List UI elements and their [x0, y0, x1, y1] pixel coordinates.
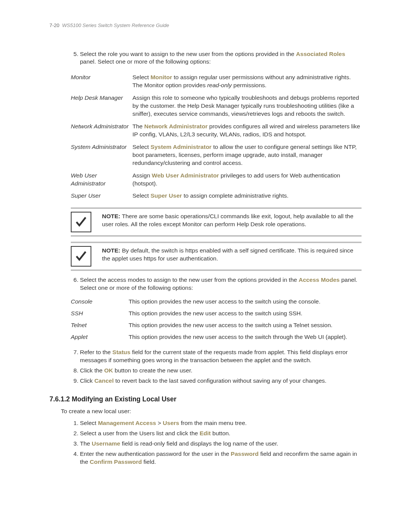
step-body: Enter the new authentication password fo…	[80, 450, 362, 466]
page-header: 7-20 WS5100 Series Switch System Referen…	[49, 22, 362, 29]
note-label: NOTE:	[102, 247, 120, 254]
role-term: Web User Administrator	[71, 172, 132, 188]
page-number: 7-20	[49, 22, 59, 28]
role-desc: Select Super User to assign complete adm…	[132, 192, 362, 200]
associated-roles-link: Associated Roles	[296, 51, 345, 57]
confirm-password-link: Confirm Password	[90, 459, 142, 465]
role-term: Monitor	[71, 73, 132, 89]
step-body: The Username field is read-only field an…	[80, 440, 362, 448]
role-term: System Administrator	[71, 143, 132, 167]
step-number: 1.	[71, 419, 78, 427]
role-desc: Select System Administrator to allow the…	[132, 143, 362, 167]
step-number: 6.	[71, 276, 78, 292]
step-body: Click the OK button to create the new us…	[80, 367, 362, 375]
access-row-ssh: SSH This option provides the new user ac…	[71, 308, 362, 320]
checkmark-icon	[71, 246, 91, 267]
step-body: Select the role you want to assign to th…	[80, 50, 362, 66]
role-row-monitor: Monitor Select Monitor to assign regular…	[71, 71, 362, 92]
cancel-link: Cancel	[94, 377, 114, 384]
document-title: WS5100 Series Switch System Reference Gu…	[62, 22, 169, 28]
modify-step-1: 1. Select Management Access > Users from…	[71, 419, 362, 427]
step-body: Click Cancel to revert back to the last …	[80, 377, 362, 385]
modify-step-2: 2. Select a user from the Users list and…	[71, 430, 362, 438]
access-term: Console	[71, 298, 129, 306]
step-number: 4.	[71, 450, 78, 466]
access-desc: This option provides the new user access…	[129, 321, 362, 329]
access-term: Telnet	[71, 321, 129, 329]
document-page: 7-20 WS5100 Series Switch System Referen…	[0, 0, 411, 491]
step-number: 2.	[71, 430, 78, 438]
role-desc: The Network Administrator provides confi…	[132, 123, 362, 139]
access-row-telnet: Telnet This option provides the new user…	[71, 320, 362, 331]
step-body: Select Management Access > Users from th…	[80, 419, 362, 427]
users-link: Users	[163, 420, 179, 426]
modify-step-4: 4. Enter the new authentication password…	[71, 450, 362, 466]
access-term: SSH	[71, 310, 129, 318]
note-block-1: NOTE: There are some basic operations/CL…	[71, 208, 362, 236]
note-text: NOTE: By default, the switch is https en…	[102, 246, 362, 263]
role-desc: Assign Web User Administrator privileges…	[132, 172, 362, 188]
step-body: Select a user from the Users list and cl…	[80, 430, 362, 438]
role-term: Help Desk Manager	[71, 94, 132, 118]
step-number: 9.	[71, 377, 78, 385]
role-term: Super User	[71, 192, 132, 200]
access-term: Applet	[71, 333, 129, 341]
step-body: Refer to the Status field for the curren…	[80, 348, 362, 364]
access-modes-link: Access Modes	[299, 276, 340, 283]
read-only-text: read-only	[207, 82, 232, 88]
section-intro: To create a new local user:	[61, 407, 362, 415]
role-row-superuser: Super User Select Super User to assign c…	[71, 190, 362, 202]
access-row-console: Console This option provides the new use…	[71, 296, 362, 308]
role-desc: Select Monitor to assign regular user pe…	[132, 73, 362, 89]
step-body: Select the access modes to assign to the…	[80, 276, 362, 292]
access-row-applet: Applet This option provides the new user…	[71, 331, 362, 343]
step-9: 9. Click Cancel to revert back to the la…	[71, 377, 362, 385]
status-link: Status	[112, 349, 130, 355]
role-row-netadmin: Network Administrator The Network Admini…	[71, 120, 362, 141]
network-admin-link: Network Administrator	[144, 123, 208, 129]
ok-link: OK	[104, 367, 113, 374]
step-number: 3.	[71, 440, 78, 448]
note-text: NOTE: There are some basic operations/CL…	[102, 212, 362, 228]
step-number: 5.	[71, 50, 78, 66]
role-term: Network Administrator	[71, 123, 132, 139]
step-7: 7. Refer to the Status field for the cur…	[71, 348, 362, 364]
monitor-link: Monitor	[150, 74, 172, 80]
note-block-2: NOTE: By default, the switch is https en…	[71, 242, 362, 271]
super-user-link: Super User	[150, 192, 182, 199]
edit-link: Edit	[199, 430, 210, 436]
roles-table: Monitor Select Monitor to assign regular…	[71, 71, 362, 202]
management-access-link: Management Access	[98, 420, 156, 426]
step-5: 5. Select the role you want to assign to…	[71, 50, 362, 66]
access-desc: This option provides the new user access…	[129, 310, 362, 318]
access-desc: This option provides the new user access…	[129, 298, 362, 306]
password-link: Password	[231, 451, 258, 457]
access-modes-table: Console This option provides the new use…	[71, 296, 362, 343]
modify-step-3: 3. The Username field is read-only field…	[71, 440, 362, 448]
access-desc: This option provides the new user access…	[129, 333, 362, 341]
step-number: 7.	[71, 348, 78, 364]
note-label: NOTE:	[102, 213, 120, 219]
step-number: 8.	[71, 367, 78, 375]
web-user-admin-link: Web User Administrator	[152, 172, 219, 179]
role-desc: Assign this role to someone who typicall…	[132, 94, 362, 118]
username-link: Username	[92, 440, 120, 447]
step-6: 6. Select the access modes to assign to …	[71, 276, 362, 292]
role-row-helpdesk: Help Desk Manager Assign this role to so…	[71, 92, 362, 120]
step-8: 8. Click the OK button to create the new…	[71, 367, 362, 375]
role-row-sysadmin: System Administrator Select System Admin…	[71, 141, 362, 169]
checkmark-icon	[71, 212, 91, 232]
section-heading: 7.6.1.2 Modifying an Existing Local User	[49, 395, 362, 404]
system-admin-link: System Administrator	[150, 144, 212, 150]
role-row-webadmin: Web User Administrator Assign Web User A…	[71, 169, 362, 190]
